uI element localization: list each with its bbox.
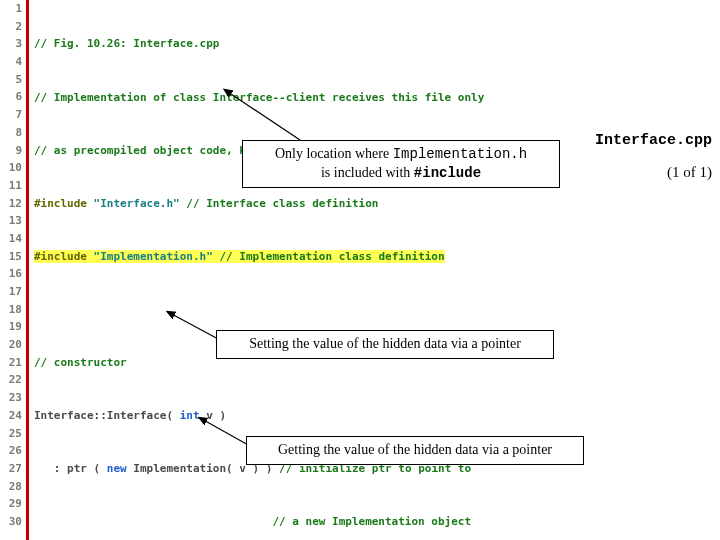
- svg-line-2: [200, 418, 250, 446]
- callout-setvalue: Setting the value of the hidden data via…: [216, 330, 554, 359]
- svg-line-0: [225, 90, 300, 140]
- callout-getvalue: Getting the value of the hidden data via…: [246, 436, 584, 465]
- svg-line-1: [168, 312, 220, 340]
